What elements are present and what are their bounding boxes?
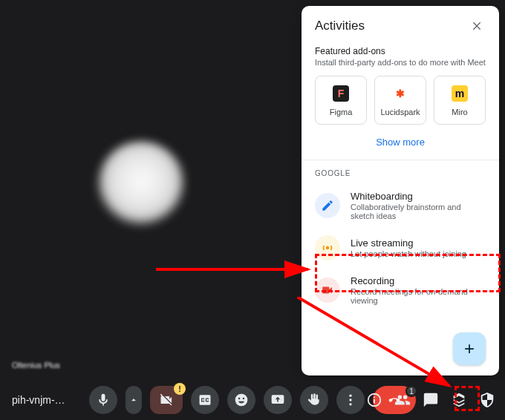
activity-subtitle: Let people watch without joining — [351, 249, 466, 258]
host-controls-button[interactable] — [478, 391, 496, 409]
activity-live-streaming[interactable]: Live streaming Let people watch without … — [302, 228, 499, 268]
activity-text: Live streaming Let people watch without … — [351, 237, 466, 258]
present-button[interactable] — [264, 386, 292, 414]
participant-video-blur — [97, 141, 186, 230]
mic-button[interactable] — [89, 386, 117, 414]
featured-section: Featured add-ons Install third-party add… — [302, 46, 499, 157]
camera-button[interactable]: ! — [150, 386, 183, 414]
camera-warning-badge: ! — [174, 383, 186, 395]
activity-subtitle: Collaboratively brainstorm and sketch id… — [351, 203, 486, 220]
svg-point-0 — [326, 246, 330, 250]
svg-point-1 — [349, 395, 351, 397]
people-button[interactable]: 1 — [394, 391, 411, 409]
miro-icon: m — [452, 85, 468, 102]
whiteboard-icon — [315, 193, 340, 218]
activities-header: Activities — [302, 6, 499, 43]
activity-whiteboarding[interactable]: Whiteboarding Collaboratively brainstorm… — [302, 183, 499, 228]
activity-title: Whiteboarding — [351, 191, 486, 202]
figma-icon: F — [333, 85, 349, 102]
bottom-bar: pih-vnjm-… ! — [0, 380, 505, 420]
activity-text: Whiteboarding Collaboratively brainstorm… — [351, 191, 486, 220]
addon-label: Figma — [319, 108, 363, 117]
activities-title: Activities — [315, 19, 365, 33]
svg-point-3 — [349, 403, 351, 405]
show-more-link[interactable]: Show more — [315, 125, 486, 157]
emoji-button[interactable] — [227, 386, 255, 414]
featured-subtitle: Install third-party add-ons to do more w… — [315, 58, 486, 67]
activity-text: Recording Record meetings for on-demand … — [351, 275, 486, 305]
activity-subtitle: Record meetings for on-demand viewing — [351, 287, 486, 305]
livestream-icon — [315, 235, 340, 260]
meeting-code: pih-vnjm-… — [12, 394, 65, 406]
addon-row: F Figma ✱ Lucidspark m Miro — [315, 76, 486, 125]
chat-button[interactable] — [422, 391, 440, 409]
meeting-details-button[interactable] — [365, 391, 383, 409]
activities-panel: Activities Featured add-ons Install thir… — [302, 6, 499, 375]
activity-title: Recording — [351, 275, 486, 286]
addon-lucidspark[interactable]: ✱ Lucidspark — [374, 76, 426, 125]
svg-point-2 — [349, 398, 351, 401]
addon-label: Miro — [437, 108, 482, 117]
record-icon — [315, 278, 340, 303]
activities-button[interactable] — [450, 391, 468, 409]
activities-scroll[interactable]: Featured add-ons Install third-party add… — [302, 43, 499, 318]
close-icon[interactable] — [469, 18, 486, 34]
captions-button[interactable] — [191, 386, 219, 414]
participant-name: Oltenius Plus — [12, 361, 60, 370]
raise-hand-button[interactable] — [300, 386, 328, 414]
mic-options-button[interactable] — [126, 386, 142, 414]
activity-title: Live streaming — [351, 237, 466, 249]
more-options-button[interactable] — [336, 386, 365, 414]
google-section-label: GOOGLE — [302, 169, 499, 183]
addon-miro[interactable]: m Miro — [434, 76, 486, 125]
people-count-badge: 1 — [405, 385, 417, 397]
activity-recording[interactable]: Recording Record meetings for on-demand … — [302, 268, 499, 312]
featured-title: Featured add-ons — [315, 46, 486, 56]
add-activity-button[interactable]: + — [453, 332, 486, 365]
addon-label: Lucidspark — [378, 108, 423, 117]
addon-figma[interactable]: F Figma — [315, 76, 367, 125]
plus-icon: + — [464, 338, 475, 359]
lucidspark-icon: ✱ — [392, 85, 408, 102]
divider — [302, 160, 499, 160]
